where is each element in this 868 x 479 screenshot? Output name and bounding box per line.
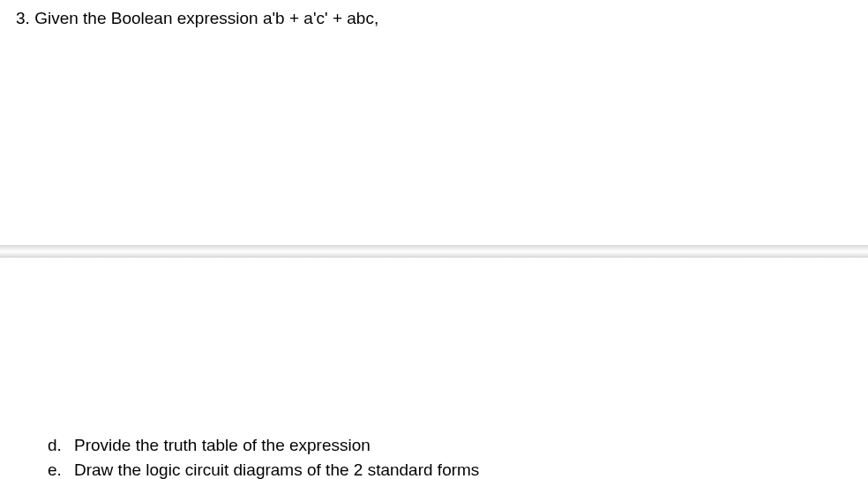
- subitem-list: d. Provide the truth table of the expres…: [48, 434, 479, 479]
- subitem-text: Draw the logic circuit diagrams of the 2…: [74, 459, 479, 479]
- question-prompt: Given the Boolean expression a'b + a'c' …: [34, 9, 378, 27]
- subitem-letter: e.: [48, 459, 74, 479]
- question-number: 3.: [16, 9, 30, 27]
- question-header: 3. Given the Boolean expression a'b + a'…: [16, 9, 378, 28]
- subitem-text: Provide the truth table of the expressio…: [74, 434, 479, 457]
- page-divider: [0, 245, 868, 258]
- list-item: d. Provide the truth table of the expres…: [48, 434, 479, 457]
- list-item: e. Draw the logic circuit diagrams of th…: [48, 459, 479, 479]
- subitem-letter: d.: [48, 434, 74, 457]
